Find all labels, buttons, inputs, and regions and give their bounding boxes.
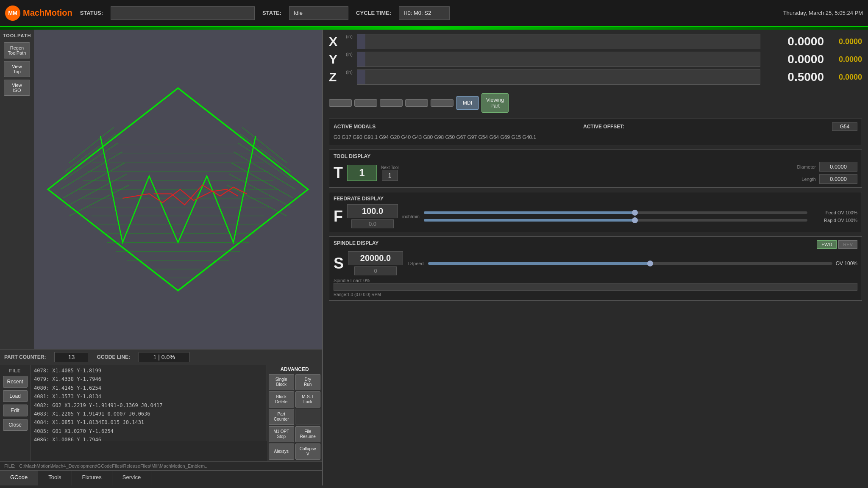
tab-service[interactable]: Service <box>112 471 151 485</box>
gcode-line-item: 4085: G01 X1.0270 Y-1.6254 <box>34 427 263 435</box>
feed-ov-label: Feed OV 100% <box>811 210 857 215</box>
feed-small: 0.0 <box>351 219 394 228</box>
x-axis-row: X (in) 0.0000 0.0000 <box>329 34 862 49</box>
counters-bar: PART COUNTER: 13 GCODE LINE: 1 | 0.0% <box>0 349 322 365</box>
feed-value-col: 100.0 0.0 <box>347 204 398 228</box>
active-modals: ACTIVE MODALS ACTIVE OFFSET: G54 G0 G17 … <box>329 119 862 145</box>
feed-row: F 100.0 0.0 inch/min Feed OV 100% <box>334 204 857 228</box>
load-button[interactable]: Load <box>3 390 28 402</box>
logo: MM MachMotion <box>5 6 72 21</box>
tool-number: 1 <box>347 165 377 181</box>
length-value: 0.0000 <box>819 174 857 184</box>
part-counter-value: 13 <box>54 352 88 362</box>
spindle-slider: OV 100% <box>428 261 857 266</box>
z-axis-unit: (in) <box>346 69 353 75</box>
modals-header: ACTIVE MODALS ACTIVE OFFSET: G54 <box>334 122 857 131</box>
gcode-line-item: 4082: G02 X1.2219 Y-1.91491-0.1369 J0.04… <box>34 401 263 410</box>
next-tool-label: Next Tool <box>381 165 399 170</box>
toolpath-label: TOOLPATH <box>3 33 31 38</box>
spindle-display: SPINDLE DISPLAY FWD REV S 20000.0 0 TSpe… <box>329 236 862 301</box>
toolpath-svg <box>34 30 322 349</box>
recent-button[interactable]: Recent <box>3 376 28 388</box>
block-delete-button[interactable]: BlockDelete <box>269 391 294 408</box>
spindle-load-row: Spindle Load: 0% <box>334 278 857 283</box>
gcode-line-item: 4079: X1.4338 Y-1.7946 <box>34 375 263 383</box>
tab-tools[interactable]: Tools <box>38 471 72 485</box>
gcode-line-item: 4078: X1.4085 Y-1.8199 <box>34 366 263 375</box>
advanced-title: ADVANCED <box>269 366 320 372</box>
file-resume-button[interactable]: FileResume <box>295 426 321 442</box>
viewing-part-button[interactable]: ViewingPart <box>481 93 509 113</box>
tspeed-label: TSpeed <box>407 261 424 266</box>
fwd-button[interactable]: FWD <box>817 240 837 249</box>
z-axis-wco: 0.0000 <box>828 73 862 82</box>
spindle-load-label: Spindle Load: 0% <box>334 278 370 283</box>
m1-opt-stop-button[interactable]: M1 OPTStop <box>269 426 294 442</box>
edit-button[interactable]: Edit <box>3 405 28 416</box>
dry-run-button[interactable]: DryRun <box>295 374 321 390</box>
axes-section: X (in) 0.0000 0.0000 Y (in) 0.0000 0.000… <box>329 34 862 87</box>
alexsys-button[interactable]: Alexsys <box>269 444 294 460</box>
feed-display-title: FEEDRATE DISPLAY <box>334 196 857 202</box>
modals-codes: G0 G17 G90 G91.1 G94 G20 G40 G43 G80 G98… <box>334 133 857 141</box>
single-block-button[interactable]: SingleBlock <box>269 374 294 390</box>
mode-btn-4[interactable] <box>405 99 428 107</box>
next-tool-value: 1 <box>382 170 398 181</box>
state-label: STATE: <box>262 10 281 16</box>
part-counter-button[interactable]: PartCounter <box>269 409 294 425</box>
cycletime-value: H0: M0: S2 <box>399 6 450 20</box>
gcode-list[interactable]: 4078: X1.4085 Y-1.8199 4079: X1.4338 Y-1… <box>31 365 267 441</box>
gcode-line-item: 4086: X1.0086 Y-1.7946 <box>34 435 263 441</box>
spindle-header: SPINDLE DISPLAY FWD REV <box>334 240 857 249</box>
close-button[interactable]: Close <box>3 419 28 431</box>
tool-t-letter: T <box>334 164 343 182</box>
regen-toolpath-button[interactable]: RegenToolPath <box>4 42 30 58</box>
logo-text: MachMotion <box>23 8 72 18</box>
main-layout: TOOLPATH RegenToolPath ViewTop ViewISO <box>0 30 868 485</box>
mode-btn-5[interactable] <box>431 99 453 107</box>
file-path: C:\MachMotion\Mach4_Development\GCodeFil… <box>19 463 207 469</box>
logo-icon: MM <box>5 6 20 21</box>
part-counter-label: PART COUNTER: <box>4 354 46 360</box>
gcode-line-value: 1 | 0.0% <box>139 352 189 362</box>
file-label: FILE: <box>4 463 15 469</box>
rev-button[interactable]: REV <box>838 240 857 249</box>
gcode-section: PART COUNTER: 13 GCODE LINE: 1 | 0.0% FI… <box>0 349 322 470</box>
spindle-small: 0 <box>354 266 397 275</box>
status-value <box>111 6 255 20</box>
y-axis-bar <box>357 52 760 67</box>
spindle-ov-label: OV 100% <box>836 261 857 266</box>
mst-lock-button[interactable]: M-S-TLock <box>295 391 321 408</box>
y-axis-dro: 0.0000 <box>765 53 824 66</box>
view-top-button[interactable]: ViewTop <box>4 61 30 77</box>
tab-gcode[interactable]: GCode <box>0 471 38 485</box>
tool-row: T 1 Next Tool 1 Diameter 0.0000 Length 0… <box>334 162 857 184</box>
tool-display-title: TOOL DISPLAY <box>334 153 857 159</box>
z-axis-bar <box>357 69 760 85</box>
spindle-ov-track <box>428 262 832 265</box>
x-axis-wco: 0.0000 <box>828 37 862 46</box>
y-axis-unit: (in) <box>346 52 353 57</box>
feed-display: FEEDRATE DISPLAY F 100.0 0.0 inch/min Fe… <box>329 192 862 232</box>
mode-btn-3[interactable] <box>380 99 403 107</box>
spindle-row: S 20000.0 0 TSpeed OV 100% <box>334 251 857 275</box>
feed-units: inch/min <box>402 214 420 219</box>
mode-btn-1[interactable] <box>329 99 352 107</box>
y-axis-row: Y (in) 0.0000 0.0000 <box>329 52 862 67</box>
gcode-line-item: 4084: X1.0851 Y-1.8134I0.015 J0.1431 <box>34 418 263 427</box>
view-iso-button[interactable]: ViewISO <box>4 80 30 96</box>
mode-btn-2[interactable] <box>354 99 377 107</box>
collapse-v-button[interactable]: CollapseV <box>295 444 321 460</box>
x-axis-dro: 0.0000 <box>765 35 824 48</box>
header: MM MachMotion STATUS: STATE: Idle CYCLE … <box>0 0 868 27</box>
cycletime-label: CYCLE TIME: <box>356 10 391 16</box>
x-axis-bar <box>357 34 760 49</box>
y-axis-letter: Y <box>329 52 342 67</box>
spindle-value-col: 20000.0 0 <box>348 251 403 275</box>
tab-fixtures[interactable]: Fixtures <box>72 471 112 485</box>
mdi-button[interactable]: MDI <box>456 96 479 110</box>
empty-adv-button <box>295 409 321 425</box>
active-modals-title: ACTIVE MODALS <box>334 124 376 130</box>
toolpath-sidebar: TOOLPATH RegenToolPath ViewTop ViewISO <box>0 30 34 349</box>
advanced-grid: SingleBlock DryRun BlockDelete M-S-TLock… <box>269 374 320 460</box>
